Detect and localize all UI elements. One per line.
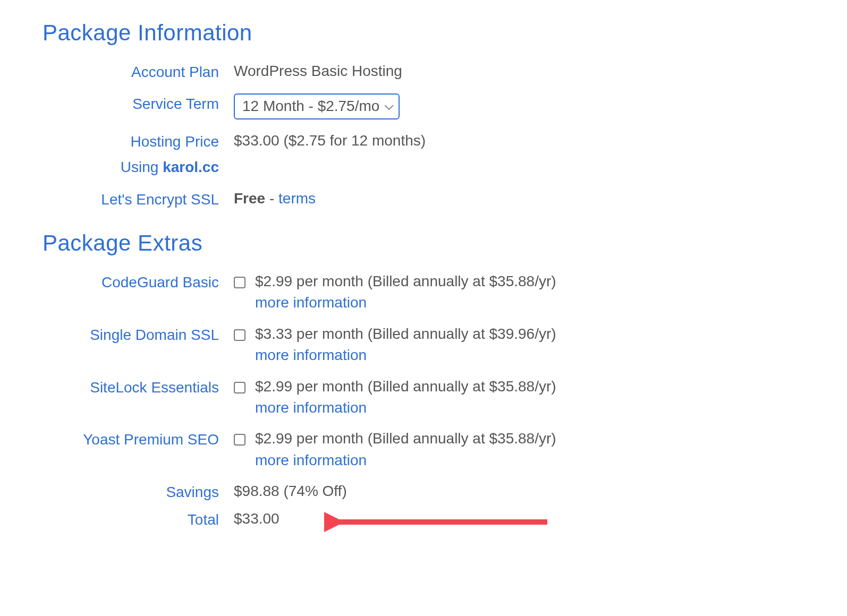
service-term-label: Service Term [43, 93, 234, 114]
hosting-price-value: $33.00 ($2.75 for 12 months) [234, 131, 804, 150]
extra-label: Single Domain SSL [43, 324, 234, 345]
ssl-free-text: Free [234, 190, 265, 207]
extra-checkbox-single-ssl[interactable] [234, 329, 245, 341]
extra-label: CodeGuard Basic [43, 272, 234, 292]
service-term-selected: 12 Month - $2.75/mo [242, 97, 379, 116]
extra-label: SiteLock Essentials [43, 377, 234, 397]
account-plan-row: Account Plan WordPress Basic Hosting [43, 62, 804, 82]
service-term-row: Service Term 12 Month - $2.75/mo [43, 93, 804, 119]
ssl-label: Let's Encrypt SSL [43, 189, 234, 209]
using-label-prefix: Using [121, 159, 163, 175]
extra-label: Yoast Premium SEO [43, 429, 234, 449]
extra-row-codeguard: CodeGuard Basic $2.99 per month (Billed … [43, 272, 804, 313]
hosting-price-label: Hosting Price [43, 131, 234, 151]
extra-price: $3.33 per month (Billed annually at $39.… [255, 324, 556, 344]
extra-row-sitelock: SiteLock Essentials $2.99 per month (Bil… [43, 377, 804, 418]
account-plan-value: WordPress Basic Hosting [234, 62, 804, 81]
package-extras-heading: Package Extras [43, 230, 804, 256]
ssl-terms-link[interactable]: terms [278, 190, 316, 207]
ssl-row: Let's Encrypt SSL Free - terms [43, 189, 804, 209]
extra-checkbox-sitelock[interactable] [234, 382, 245, 393]
total-row: Total $33.00 [43, 509, 804, 529]
using-domain-name: karol.cc [163, 159, 219, 175]
hosting-price-row: Hosting Price $33.00 ($2.75 for 12 month… [43, 131, 804, 151]
more-info-link[interactable]: more information [255, 451, 804, 470]
savings-label: Savings [43, 482, 234, 502]
chevron-down-icon [385, 101, 394, 110]
savings-value: $98.88 (74% Off) [234, 482, 804, 501]
using-domain-row: Using karol.cc [43, 157, 804, 177]
more-info-link[interactable]: more information [255, 293, 804, 312]
extra-price: $2.99 per month (Billed annually at $35.… [255, 272, 556, 291]
extra-checkbox-yoast[interactable] [234, 434, 245, 446]
total-label: Total [43, 509, 234, 529]
ssl-dash: - [265, 190, 278, 207]
account-plan-label: Account Plan [43, 62, 234, 82]
extra-price: $2.99 per month (Billed annually at $35.… [255, 377, 556, 396]
more-info-link[interactable]: more information [255, 346, 804, 365]
more-info-link[interactable]: more information [255, 398, 804, 417]
extra-row-single-ssl: Single Domain SSL $3.33 per month (Bille… [43, 324, 804, 365]
savings-row: Savings $98.88 (74% Off) [43, 482, 804, 502]
extra-price: $2.99 per month (Billed annually at $35.… [255, 429, 556, 448]
total-value: $33.00 [234, 510, 279, 527]
extra-checkbox-codeguard[interactable] [234, 277, 245, 288]
extra-row-yoast: Yoast Premium SEO $2.99 per month (Bille… [43, 429, 804, 470]
using-domain-label: Using karol.cc [43, 157, 234, 177]
service-term-select[interactable]: 12 Month - $2.75/mo [234, 93, 400, 119]
annotation-arrow-icon [324, 511, 547, 533]
package-info-heading: Package Information [43, 20, 804, 46]
